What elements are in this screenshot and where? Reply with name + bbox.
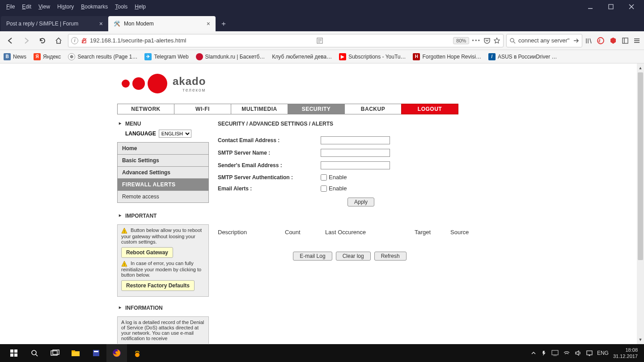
more-icon[interactable]: ••• [472,37,481,44]
important-heading: IMPORTANT [117,211,209,221]
tray-power-icon[interactable] [541,350,547,356]
side-menu: Home Basic Settings Advanced Settings FI… [117,142,209,203]
search-button[interactable] [24,344,45,362]
tray-notification-icon[interactable] [586,350,593,356]
sidebar-item-remote[interactable]: Remote access [118,191,208,202]
bookmark-item[interactable]: HForgotten Hope Revisi… [413,53,481,60]
page-viewport: ▲ ▼ akado телеком NETWORK WI-FI MULTIMED… [0,63,644,344]
reader-mode-icon[interactable] [317,38,323,44]
menu-view[interactable]: View [35,2,54,12]
sidebar-icon[interactable] [622,37,629,44]
tray-network-icon[interactable] [551,350,559,356]
breadcrumb: SECURITY / ADVANCED SETTINGS / ALERTS [218,119,520,134]
bookmark-item[interactable]: Slamdunk.ru | Баскетб… [196,53,265,60]
search-text: connect any server" [518,37,570,44]
menu-tools[interactable]: Tools [111,2,131,12]
menu-edit[interactable]: Edit [18,2,35,12]
bookmark-item[interactable]: Клуб любителей дева… [272,54,332,60]
bookmark-item[interactable]: ЯЯндекс [34,53,61,60]
sidebar-item-firewall-alerts[interactable]: FIREWALL ALERTS [118,179,208,191]
smtp-auth-checkbox[interactable] [321,174,327,181]
browser-tabstrip: Post a reply / SiMPLE | Forum × 🛠️ Mon M… [0,13,644,31]
nav-network[interactable]: NETWORK [117,104,174,114]
bookmark-item[interactable]: BNews [4,53,26,60]
firefox-icon[interactable] [106,344,127,362]
start-button[interactable] [4,344,24,362]
tray-wifi-icon[interactable] [563,350,570,356]
sender-email-input[interactable] [321,161,390,169]
taskview-button[interactable] [45,344,65,362]
tray-chevron-icon[interactable] [531,350,536,356]
bookmark-item[interactable]: /ASUS в РоссииDriver … [488,53,557,60]
refresh-button[interactable]: Refresh [374,252,407,261]
reload-button[interactable] [36,34,49,47]
bookmark-item[interactable]: ✈Telegram Web [144,53,188,60]
pocket-icon[interactable] [483,37,491,44]
bookmark-item[interactable]: ▶Subscriptions - YouTu… [339,53,406,60]
forward-button[interactable] [20,34,33,47]
nav-backup[interactable]: BACKUP [344,104,402,114]
svg-point-15 [597,38,604,44]
tray-clock[interactable]: 18:08 31.12.2017 [613,347,640,359]
sidebar-item-basic[interactable]: Basic Settings [118,155,208,167]
nav-multimedia[interactable]: MULTIMEDIA [231,104,288,114]
tray-volume-icon[interactable] [575,350,582,356]
contact-email-input[interactable] [321,136,390,144]
menu-history[interactable]: History [54,2,77,12]
brand-logo: akado телеком [117,63,520,104]
browser-tab-active[interactable]: 🛠️ Mon Modem × [108,16,216,31]
back-button[interactable] [4,34,17,47]
hamburger-icon[interactable] [633,37,640,44]
important-box: ! Button below allow you to reboot your … [117,224,209,297]
scroll-thumb[interactable] [638,72,643,260]
reboot-button[interactable]: Reboot Gateway [121,247,173,258]
restore-defaults-button[interactable]: Restore Factory Defaults [121,280,195,291]
zoom-level[interactable]: 80% [453,37,469,44]
smtp-server-input[interactable] [321,149,390,157]
scroll-down-icon[interactable]: ▼ [637,336,644,343]
label-alerts: Email Alerts : [218,185,321,192]
email-alerts-checkbox[interactable] [321,185,327,192]
window-minimize[interactable] [580,0,600,13]
window-maximize[interactable] [601,0,621,13]
sidebar-item-advanced[interactable]: Advanced Settings [118,167,208,179]
noscript-icon[interactable] [597,37,605,45]
logo-text: akado [173,75,206,88]
svg-rect-35 [72,350,75,352]
url-bar[interactable]: i 192.168.1.1/securite-pa1-alertes.html … [68,34,504,47]
site-info-icon[interactable]: i [71,37,78,44]
close-icon[interactable]: × [99,20,103,27]
tray-language[interactable]: ENG [597,350,609,356]
email-log-button[interactable]: E-mail Log [293,252,332,261]
menu-file[interactable]: File [3,2,18,12]
sidebar-item-home[interactable]: Home [118,143,208,155]
window-menubar: File Edit View History Bookmarks Tools H… [0,0,644,13]
go-arrow-icon[interactable] [573,38,579,44]
nav-wifi[interactable]: WI-FI [174,104,231,114]
app-icon-2[interactable] [127,344,148,362]
tab-title: Post a reply / SiMPLE | Forum [6,21,78,27]
home-button[interactable] [52,34,65,47]
bookmark-item[interactable]: ⊕Search results (Page 1… [68,53,137,60]
new-tab-button[interactable]: ＋ [216,16,232,31]
menu-bookmarks[interactable]: Bookmarks [77,2,111,12]
library-icon[interactable] [585,37,592,44]
search-box[interactable]: connect any server" [506,34,582,47]
nav-security[interactable]: SECURITY [288,104,345,114]
logo-subtext: телеком [173,88,206,93]
nav-logout[interactable]: LOGOUT [401,104,458,114]
app-icon[interactable] [86,344,106,362]
clear-log-button[interactable]: Clear log [336,252,371,261]
explorer-icon[interactable] [65,344,86,362]
apply-button[interactable]: Apply [347,198,374,206]
language-select[interactable]: ENGLISH [159,130,191,138]
browser-tab[interactable]: Post a reply / SiMPLE | Forum × [1,16,108,31]
window-close[interactable] [622,0,641,13]
label-sender: Sender's Email Address : [218,162,321,168]
bookmark-star-icon[interactable] [493,37,500,44]
adblock-icon[interactable] [609,37,617,45]
close-icon[interactable]: × [207,20,210,27]
menu-help[interactable]: Help [131,2,149,12]
vertical-scrollbar[interactable]: ▲ ▼ [637,63,644,344]
scroll-up-icon[interactable]: ▲ [637,64,644,72]
